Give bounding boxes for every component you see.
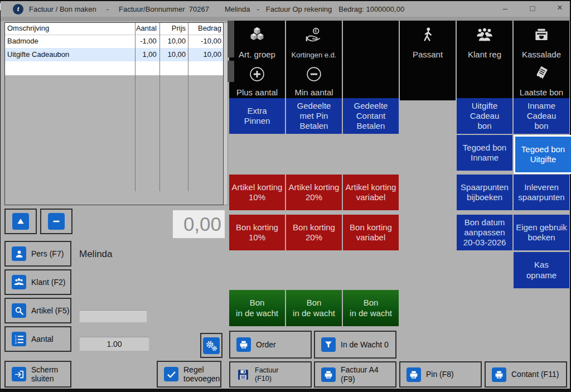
printer-icon bbox=[321, 367, 336, 382]
bon-in-de-wacht-2-button[interactable]: Bon in de wacht bbox=[286, 290, 342, 326]
total-amount-display: 0,00 bbox=[173, 210, 225, 238]
button-label: Spaarpunten bijboeken bbox=[461, 182, 509, 203]
empty-button-slot bbox=[343, 61, 399, 100]
scherm-sluiten-button[interactable]: Scherm sluiten bbox=[4, 361, 71, 388]
spaarpunten-bijboeken-button[interactable]: Spaarpunten bijboeken bbox=[457, 175, 512, 210]
cell-omschrijving: Badmode bbox=[5, 35, 133, 48]
regel-toevoegen-button[interactable]: Regel toevoegen bbox=[157, 361, 221, 388]
cell-omschrijving: Uitgifte Cadeaubon bbox=[5, 48, 133, 61]
tegoed-bon-inname-button[interactable]: Tegoed bon Inname bbox=[457, 135, 512, 171]
pin-button[interactable]: Pin (F8) bbox=[399, 361, 482, 388]
button-label: Plus aantal bbox=[236, 88, 278, 98]
partial-button-sliver bbox=[228, 61, 234, 82]
eigen-gebruik-boeken-button[interactable]: Eigen gebruik boeken bbox=[514, 215, 569, 250]
svg-text:3: 3 bbox=[14, 341, 16, 344]
bon-korting-variabel-button[interactable]: Bon korting variabel bbox=[343, 215, 399, 250]
button-label: Klant reg bbox=[468, 50, 501, 60]
printer-icon bbox=[236, 337, 251, 352]
titlebar: t Factuur / Bon maken - Factuur/Bonnumme… bbox=[1, 1, 570, 17]
artikel-input[interactable] bbox=[79, 310, 147, 323]
col-header-prijs: Prijs bbox=[158, 23, 187, 35]
remove-line-button[interactable] bbox=[40, 209, 72, 234]
numbered-list-icon: 123 bbox=[12, 332, 26, 346]
pers-button[interactable]: Pers (F7) bbox=[4, 241, 71, 267]
col-header-bedrag: Bedrag bbox=[187, 23, 223, 35]
artikel-korting-20-button[interactable]: Artikel korting 20% bbox=[286, 175, 342, 210]
table-row[interactable]: Badmode -1,00 10,00 -10,00 bbox=[5, 35, 223, 49]
bon-in-de-wacht-3-button[interactable]: Bon in de wacht bbox=[343, 290, 399, 326]
receipt-line-table: Omschrijving Aantal Prijs Bedrag Badmode… bbox=[4, 22, 224, 205]
window-border-left bbox=[0, 0, 1, 392]
button-label: Bon korting 10% bbox=[236, 222, 278, 243]
checkmark-icon bbox=[164, 367, 178, 381]
button-label: Pin (F8) bbox=[426, 370, 454, 379]
klant-reg-button[interactable]: Klant reg bbox=[457, 21, 512, 62]
contant-button[interactable]: Contant (F11) bbox=[485, 361, 567, 388]
floppy-disk-icon bbox=[236, 368, 250, 381]
klant-button[interactable]: Klant (F2) bbox=[4, 269, 71, 295]
button-label: Passant bbox=[413, 50, 443, 60]
uitgifte-cadeaubon-button[interactable]: Uitgifte Cadeau bon bbox=[457, 98, 512, 134]
close-button[interactable]: × bbox=[548, 0, 571, 16]
factuur-a4-button[interactable]: Factuur A4 (F9) bbox=[314, 361, 396, 388]
amount-label: Bedrag: 1000000,00 bbox=[338, 5, 404, 13]
button-label: Laatste bon bbox=[520, 88, 563, 98]
minimize-button[interactable]: – bbox=[493, 0, 517, 16]
col-header-omschrijving: Omschrijving bbox=[5, 23, 133, 35]
button-label: Inname Cadeau bon bbox=[527, 101, 557, 132]
in-de-wacht-button[interactable]: In de Wacht 0 bbox=[314, 331, 396, 359]
laatste-bon-button[interactable]: Laatste bon bbox=[514, 61, 569, 100]
extra-pinnen-button[interactable]: Extra Pinnen bbox=[229, 98, 285, 134]
window-border-bottom bbox=[0, 389, 571, 392]
magnifier-icon bbox=[12, 303, 26, 318]
aantal-input[interactable] bbox=[79, 337, 149, 351]
button-label: Bon datum aanpassen 20-03-2026 bbox=[463, 217, 506, 248]
tegoed-bon-uitgifte-button[interactable]: Tegoed bon Uitgifte bbox=[514, 135, 571, 174]
bon-korting-20-button[interactable]: Bon korting 20% bbox=[286, 215, 342, 250]
employee-name-label: Melinda bbox=[79, 249, 113, 260]
button-label: Eigen gebruik boeken bbox=[516, 222, 567, 243]
kas-opname-button[interactable]: Kas opname bbox=[514, 252, 569, 288]
table-row-selected[interactable]: Uitgifte Cadeaubon 1,00 10,00 10,00 bbox=[5, 48, 223, 61]
bon-datum-aanpassen-button[interactable]: Bon datum aanpassen 20-03-2026 bbox=[457, 215, 512, 250]
col-header-aantal: Aantal bbox=[133, 23, 158, 35]
artikel-korting-variabel-button[interactable]: Artikel korting variabel bbox=[343, 175, 399, 210]
partial-button-sliver bbox=[228, 21, 234, 57]
button-label: Factuur A4 (F9) bbox=[341, 365, 379, 383]
cash-drawer-icon bbox=[533, 21, 550, 50]
bon-in-de-wacht-1-button[interactable]: Bon in de wacht bbox=[229, 290, 285, 326]
inname-cadeaubon-button[interactable]: Inname Cadeau bon bbox=[514, 98, 569, 134]
gedeelte-met-pin-button[interactable]: Gedeelte met Pin Betalen bbox=[286, 98, 342, 134]
button-label: Tegoed bon Inname bbox=[463, 143, 506, 163]
art-groep-button[interactable]: Art. groep bbox=[229, 21, 285, 62]
artikel-button[interactable]: Artikel (F5) bbox=[4, 298, 71, 323]
passant-button[interactable]: Passant bbox=[400, 21, 456, 62]
gedeelte-contant-button[interactable]: Gedeelte Contant Betalen bbox=[343, 98, 399, 134]
bon-korting-10-button[interactable]: Bon korting 10% bbox=[229, 215, 285, 250]
button-label: Scherm sluiten bbox=[31, 365, 70, 383]
aantal-button[interactable]: 123 Aantal bbox=[4, 326, 71, 352]
button-label: Artikel (F5) bbox=[31, 306, 69, 315]
cell-bedrag: 10,00 bbox=[187, 48, 223, 61]
settings-button[interactable] bbox=[200, 333, 222, 358]
receipt-icon bbox=[532, 61, 551, 88]
triangle-up-icon bbox=[12, 213, 29, 230]
move-line-up-button[interactable] bbox=[4, 209, 37, 234]
factuur-button[interactable]: Factuur (F10) bbox=[229, 361, 312, 388]
funnel-icon bbox=[321, 337, 336, 352]
button-label: Extra Pinnen bbox=[244, 106, 270, 127]
button-label: Gedeelte Contant Betalen bbox=[354, 101, 388, 132]
button-label: Artikel korting 10% bbox=[232, 182, 283, 203]
order-button[interactable]: Order bbox=[229, 331, 312, 359]
button-label: Artikel korting variabel bbox=[346, 182, 396, 203]
inleveren-spaarpunten-button[interactable]: Inleveren spaarpunten bbox=[514, 175, 569, 210]
maximize-button[interactable]: □ bbox=[520, 0, 545, 16]
button-label: Kassalade bbox=[522, 50, 561, 60]
person-icon bbox=[12, 246, 26, 261]
min-aantal-button[interactable]: Min aantal bbox=[286, 61, 342, 100]
button-label: Tegoed bon Uitgifte bbox=[521, 144, 565, 165]
kortingen-button[interactable]: € Kortingen e.d. bbox=[286, 21, 342, 62]
kassalade-button[interactable]: Kassalade bbox=[514, 21, 569, 62]
artikel-korting-10-button[interactable]: Artikel korting 10% bbox=[229, 175, 285, 210]
plus-aantal-button[interactable]: Plus aantal bbox=[229, 61, 285, 100]
